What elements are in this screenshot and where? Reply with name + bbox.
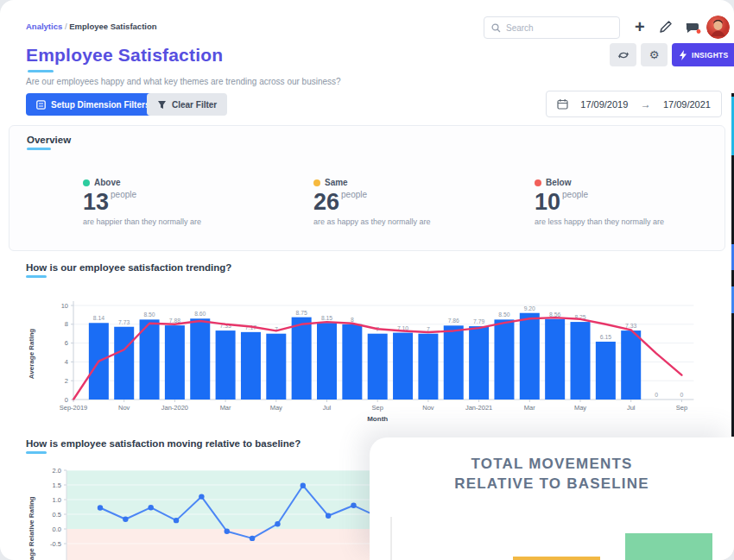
svg-text:Nov: Nov	[422, 404, 434, 412]
above-caption: are happier than they normally are	[83, 217, 299, 226]
svg-text:Mar: Mar	[524, 404, 535, 412]
insights-button-label: INSIGHTS	[692, 51, 729, 60]
overview-card: Overview Above 13people are happier than…	[9, 125, 725, 251]
clear-button-label: Clear Filter	[172, 100, 217, 110]
svg-text:0: 0	[655, 392, 658, 398]
clear-filter-button[interactable]: Clear Filter	[147, 93, 227, 116]
search-box[interactable]	[484, 16, 620, 39]
same-status-dot	[313, 179, 320, 186]
user-avatar[interactable]	[706, 16, 730, 39]
overlay-chart-axis	[390, 517, 392, 560]
svg-text:Average Relative Rating: Average Relative Rating	[28, 496, 35, 560]
svg-text:8.75: 8.75	[296, 310, 307, 316]
calendar-icon	[557, 98, 568, 110]
svg-text:7.79: 7.79	[473, 318, 484, 324]
svg-text:8.15: 8.15	[321, 315, 332, 321]
date-range-end[interactable]: 17/09/2021	[663, 99, 711, 110]
svg-text:8.60: 8.60	[194, 311, 206, 317]
above-label: Above	[94, 178, 121, 187]
svg-text:7: 7	[427, 326, 430, 332]
lightning-bolt-icon	[680, 50, 687, 60]
overview-heading-underline	[27, 148, 51, 150]
gear-icon: ⚙	[649, 48, 660, 61]
svg-text:Nov: Nov	[118, 404, 130, 412]
refresh-button[interactable]	[610, 43, 636, 66]
svg-text:0.5: 0.5	[53, 511, 61, 519]
edit-pencil-icon[interactable]	[659, 20, 673, 34]
svg-text:10: 10	[61, 302, 68, 310]
overlay-bar-yellow[interactable]	[513, 557, 600, 560]
svg-text:9.20: 9.20	[524, 305, 535, 311]
overlay-title-line2: RELATIVE TO BASELINE	[370, 475, 734, 494]
svg-text:May: May	[574, 404, 586, 412]
svg-text:2.0: 2.0	[53, 467, 61, 475]
trend-chart-heading: How is our employee satisfaction trendin…	[26, 262, 231, 273]
svg-text:Jul: Jul	[323, 404, 332, 412]
overview-heading: Overview	[27, 135, 71, 145]
title-underline	[28, 70, 54, 72]
same-label: Same	[325, 178, 348, 187]
insights-button[interactable]: INSIGHTS	[672, 43, 734, 66]
overlay-bar-green[interactable]	[625, 533, 712, 560]
svg-text:6.15: 6.15	[600, 334, 611, 340]
stat-same: Same 26people are as happy as they norma…	[313, 178, 529, 226]
below-status-dot	[535, 179, 541, 186]
svg-text:Jan-2021: Jan-2021	[465, 404, 492, 412]
breadcrumb: Analytics / Employee Satisfaction	[26, 22, 157, 31]
date-range-picker[interactable]: 17/09/2019 → 17/09/2021	[546, 91, 722, 117]
svg-text:May: May	[270, 404, 282, 412]
refresh-cycle-icon	[617, 50, 630, 60]
setup-dimension-filters-button[interactable]: Setup Dimension Filters	[26, 93, 160, 116]
svg-text:1.0: 1.0	[53, 496, 61, 504]
svg-text:Mar: Mar	[220, 404, 231, 412]
above-status-dot	[83, 179, 90, 186]
settings-button[interactable]: ⚙	[641, 43, 668, 66]
svg-text:Sep: Sep	[372, 404, 383, 412]
chat-bubble-icon[interactable]	[685, 21, 702, 36]
svg-text:8: 8	[65, 320, 68, 328]
arrow-right-icon: →	[641, 98, 651, 110]
date-range-start[interactable]: 17/09/2019	[580, 99, 628, 110]
same-caption: are as happy as they normally are	[313, 217, 529, 226]
breadcrumb-analytics[interactable]: Analytics	[26, 22, 62, 31]
search-icon	[491, 23, 501, 33]
svg-text:7.73: 7.73	[118, 319, 130, 325]
svg-text:0.0: 0.0	[53, 525, 61, 533]
svg-text:8.56: 8.56	[549, 311, 560, 318]
funnel-icon	[157, 100, 167, 110]
total-movements-overlay-card: TOTAL MOVEMENTS RELATIVE TO BASELINE	[370, 437, 734, 560]
svg-text:0: 0	[680, 392, 684, 398]
svg-text:8: 8	[351, 317, 354, 323]
svg-text:6: 6	[65, 339, 68, 347]
svg-text:Jan-2020: Jan-2020	[161, 404, 188, 412]
employee-satisfaction-trend-chart[interactable]: 02468108.147.738.507.888.607.337.1778.75…	[22, 293, 730, 427]
svg-text:1.5: 1.5	[53, 481, 61, 489]
svg-text:Average Rating: Average Rating	[28, 329, 35, 380]
below-label: Below	[546, 178, 571, 187]
app-window: Analytics / Employee Satisfaction + Empl…	[0, 0, 734, 560]
below-caption: are less happy than they normally are	[535, 217, 734, 226]
below-unit: people	[562, 190, 588, 199]
above-value: 13	[83, 189, 109, 215]
svg-text:0: 0	[65, 396, 68, 404]
avatar-image	[706, 16, 730, 39]
setup-button-label: Setup Dimension Filters	[51, 100, 149, 110]
svg-text:7.33: 7.33	[625, 323, 636, 329]
same-unit: people	[341, 190, 367, 199]
add-icon[interactable]: +	[635, 16, 645, 38]
filter-board-icon	[36, 100, 46, 110]
page-subtitle: Are our employees happy and what key the…	[26, 77, 341, 86]
overlay-card-title: TOTAL MOVEMENTS RELATIVE TO BASELINE	[370, 455, 734, 494]
svg-text:7.86: 7.86	[448, 318, 459, 324]
svg-text:-0.5: -0.5	[50, 540, 61, 548]
same-value: 26	[313, 189, 339, 215]
svg-text:8.50: 8.50	[143, 311, 155, 318]
svg-text:Sep-2019: Sep-2019	[60, 404, 88, 412]
stat-below: Below 10people are less happy than they …	[535, 178, 734, 226]
svg-text:2: 2	[65, 377, 68, 385]
search-input[interactable]	[506, 23, 610, 33]
breadcrumb-separator: /	[65, 22, 67, 31]
overlay-title-line1: TOTAL MOVEMENTS	[370, 455, 734, 475]
stat-above: Above 13people are happier than they nor…	[83, 178, 299, 226]
page-title: Employee Satisfaction	[26, 45, 223, 66]
